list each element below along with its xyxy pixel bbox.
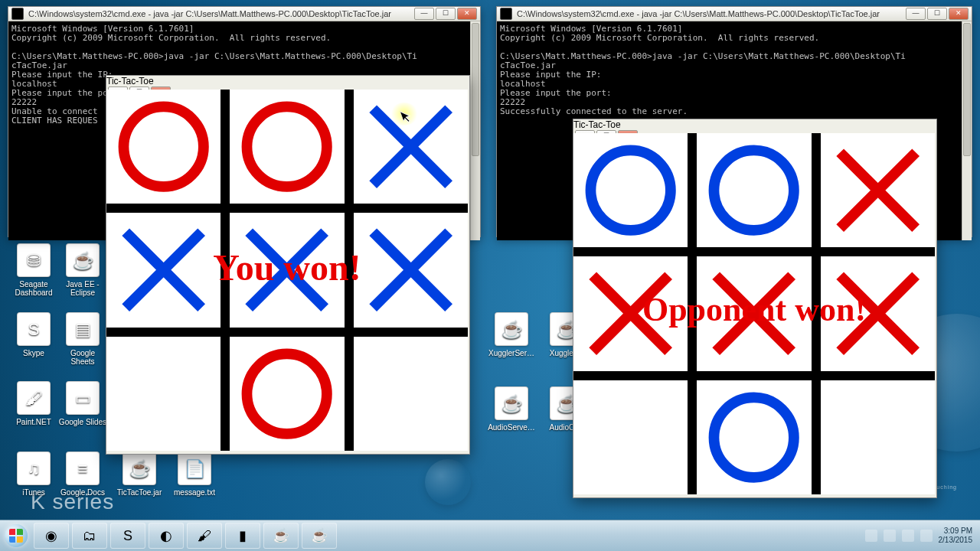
window-title: C:\Windows\system32\cmd.exe - java -jar … — [517, 9, 900, 18]
cmd-icon — [500, 8, 512, 20]
desktop[interactable]: K series ASUS Rock Solid · Heart Touchin… — [0, 0, 980, 520]
window-title: C:\Windows\system32\cmd.exe - java -jar … — [28, 9, 408, 18]
desktop-icon[interactable]: SSkype — [9, 312, 58, 357]
taskbar-app-skype[interactable]: S — [110, 523, 145, 549]
icon-label: iTunes — [9, 488, 58, 497]
board-cell-1-1[interactable] — [697, 256, 811, 370]
taskbar-app-java[interactable]: ☕ — [263, 523, 299, 549]
desktop-icon[interactable]: ⛃Seagate Dashboard — [9, 243, 58, 297]
board-cell-0-1[interactable] — [697, 133, 811, 247]
grid-line — [345, 90, 354, 451]
desktop-icon[interactable]: ☕AudioServe… — [487, 386, 536, 432]
taskbar[interactable]: ◉🗂S◐🖌▮☕☕ 3:09 PM 2/13/2015 — [0, 520, 980, 551]
svg-point-12 — [714, 150, 794, 230]
tictactoe-window-right[interactable]: Tic-Tac-Toe — ☐ ✕ Opponent won! — [573, 119, 937, 498]
minimize-button[interactable]: — — [414, 8, 434, 20]
file-icon: ♫ — [17, 452, 51, 485]
file-icon: 📄 — [178, 452, 211, 485]
board-cell-2-1[interactable] — [230, 337, 344, 451]
windows-logo-icon — [5, 524, 28, 547]
clock[interactable]: 3:09 PM 2/13/2015 — [939, 527, 973, 545]
file-icon: ☕ — [66, 243, 100, 277]
board-cell-0-0[interactable] — [573, 133, 688, 247]
titlebar[interactable]: C:\Windows\system32\cmd.exe - java -jar … — [8, 7, 480, 21]
desktop-icon[interactable]: 📄message.txt — [170, 452, 219, 497]
game-board[interactable]: You won! — [106, 90, 468, 451]
icon-label: Seagate Dashboard — [9, 280, 58, 297]
taskbar-app-explorer[interactable]: 🗂 — [72, 523, 107, 549]
scrollbar[interactable] — [470, 21, 480, 240]
icon-label: AudioServe… — [487, 423, 536, 432]
window-title: Tic-Tac-Toe — [573, 119, 936, 130]
icon-label: XugglerSer… — [487, 349, 536, 357]
icon-label: Google Docs — [58, 488, 107, 497]
taskbar-app-eclipse[interactable]: ◐ — [149, 523, 184, 549]
taskbar-app-cmd[interactable]: ▮ — [225, 523, 260, 549]
tray-network-icon[interactable] — [902, 530, 914, 542]
board-cell-0-2[interactable] — [821, 133, 935, 247]
tray-volume-icon[interactable] — [920, 530, 933, 542]
cmd-icon — [11, 8, 24, 20]
icon-label: Java EE - Eclipse — [58, 280, 107, 297]
file-icon: 🖌 — [17, 381, 51, 415]
board-cell-1-2[interactable] — [354, 213, 468, 327]
file-icon: ▤ — [66, 312, 100, 346]
board-cell-0-2[interactable] — [354, 90, 468, 204]
board-cell-2-2[interactable] — [821, 380, 935, 494]
svg-point-21 — [714, 397, 794, 477]
file-icon: ⛃ — [17, 243, 51, 277]
icon-label: Google Slides — [58, 418, 107, 426]
desktop-icon[interactable]: ▤Google Sheets — [58, 312, 107, 366]
close-button[interactable]: ✕ — [457, 8, 477, 20]
file-icon: ☕ — [495, 386, 528, 420]
taskbar-app-chrome[interactable]: ◉ — [34, 523, 69, 549]
desktop-icon[interactable]: ☕XugglerSer… — [487, 312, 536, 357]
grid-line — [106, 328, 468, 337]
icon-label: Google Sheets — [58, 349, 107, 366]
close-button[interactable]: ✕ — [949, 8, 969, 20]
board-cell-1-0[interactable] — [573, 256, 688, 370]
maximize-button[interactable]: ☐ — [927, 8, 947, 20]
tray-action-center-icon[interactable] — [884, 530, 896, 542]
grid-line — [220, 90, 230, 451]
file-icon: S — [17, 312, 51, 346]
board-cell-2-1[interactable] — [697, 380, 811, 494]
minimize-button[interactable]: — — [906, 8, 926, 20]
window-title: Tic-Tac-Toe — [106, 76, 469, 86]
board-cell-0-1[interactable] — [230, 90, 344, 204]
board-cell-2-0[interactable] — [573, 380, 688, 494]
icon-label: Paint.NET — [9, 418, 58, 426]
board-cell-0-0[interactable] — [106, 90, 220, 204]
tictactoe-window-left[interactable]: Tic-Tac-Toe — ☐ ✕ You won! — [106, 75, 470, 455]
desktop-icon[interactable]: ≡Google Docs — [58, 452, 107, 497]
board-cell-2-0[interactable] — [106, 337, 220, 451]
board-cell-1-0[interactable] — [106, 213, 220, 327]
grid-line — [812, 133, 821, 494]
desktop-icon[interactable]: ♫iTunes — [9, 452, 58, 497]
grid-line — [688, 133, 697, 494]
titlebar[interactable]: Tic-Tac-Toe — ☐ ✕ — [106, 76, 469, 90]
tray-expand-icon[interactable] — [865, 530, 877, 542]
game-board[interactable]: Opponent won! — [573, 133, 935, 494]
file-icon: ☕ — [122, 452, 156, 485]
system-tray[interactable]: 3:09 PM 2/13/2015 — [865, 527, 981, 545]
titlebar[interactable]: Tic-Tac-Toe — ☐ ✕ — [573, 119, 936, 133]
board-cell-1-2[interactable] — [821, 256, 935, 370]
taskbar-app-paint[interactable]: 🖌 — [187, 523, 222, 549]
icon-label: TicTacToe.jar — [115, 488, 164, 497]
desktop-icon[interactable]: ▭Google Slides — [58, 381, 107, 426]
board-cell-1-1[interactable] — [230, 213, 344, 327]
grid-line — [573, 371, 935, 380]
maximize-button[interactable]: ☐ — [436, 8, 456, 20]
grid-line — [573, 247, 935, 256]
titlebar[interactable]: C:\Windows\system32\cmd.exe - java -jar … — [497, 7, 972, 21]
desktop-icon[interactable]: ☕Java EE - Eclipse — [58, 243, 107, 297]
svg-point-1 — [247, 106, 327, 186]
taskbar-app-java[interactable]: ☕ — [302, 523, 337, 549]
desktop-icon[interactable]: ☕TicTacToe.jar — [115, 452, 164, 497]
start-button[interactable] — [0, 520, 32, 551]
file-icon: ≡ — [66, 452, 100, 485]
desktop-icon[interactable]: 🖌Paint.NET — [9, 381, 58, 426]
scrollbar[interactable] — [962, 21, 972, 240]
board-cell-2-2[interactable] — [354, 337, 468, 451]
